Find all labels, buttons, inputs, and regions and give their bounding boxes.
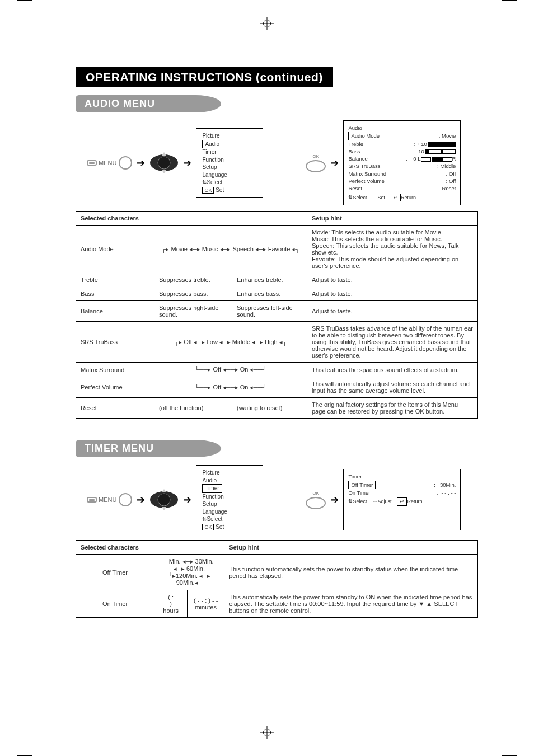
rocker-icon	[149, 151, 179, 175]
row-label: On Timer	[76, 590, 154, 617]
audio-settings-table: Selected characters Setup hint Audio Mod…	[76, 211, 478, 419]
osd-row-label: On Timer	[348, 489, 370, 496]
ok-box: OK	[202, 524, 214, 530]
menu-button-glyph: MENU	[87, 156, 132, 170]
osd-foot-select: Select	[353, 195, 367, 200]
osd-row-label: Treble	[348, 140, 363, 148]
row-label: Matrix Surround	[76, 363, 154, 377]
osd-row-label: Off Timer	[348, 481, 376, 489]
menu-item: Audio	[202, 477, 257, 485]
right-action: Enhances bass.	[232, 287, 307, 301]
osd-foot-return: Return	[407, 499, 422, 504]
menu-item: Function	[202, 156, 257, 164]
row-label: Bass	[76, 287, 154, 301]
main-menu-osd: Picture Audio Timer Function Setup Langu…	[196, 128, 263, 198]
osd-row-label: Reset	[348, 185, 362, 192]
right-action: (waiting to reset)	[232, 398, 307, 419]
osd-row-value: - - : - -	[442, 490, 456, 496]
hint-cell: Adjust to taste.	[307, 273, 477, 287]
svg-point-5	[158, 494, 170, 506]
cycle-cell: ┌▸ Off ◂─▸ Low ◂─▸ Middle ◂─▸ High ◂┐	[154, 322, 307, 363]
menu-item: Language	[202, 171, 257, 179]
hint-cell: This will automatically adjust volume so…	[307, 377, 477, 398]
osd-foot-set: Set	[216, 524, 224, 530]
cycle-cell: --Min. ◂─▸ 30Min. ◂─▸ 60Min. └▸120Min. ◂…	[154, 555, 224, 590]
menu-item: Setup	[202, 163, 257, 171]
timer-section-heading: TIMER MENU	[76, 440, 221, 457]
ok-button-label: OK	[313, 491, 320, 496]
menu-item-highlight: Timer	[202, 484, 222, 493]
left-action: Suppresses right-side sound.	[154, 301, 232, 322]
osd-row-value: 30Min.	[440, 482, 456, 488]
osd-row-value: Off	[449, 171, 456, 177]
osd-title: Timer	[348, 473, 456, 480]
hint-cell: This automatically sets the power from s…	[224, 590, 478, 617]
menu-item: Picture	[202, 469, 257, 477]
cycle-cell: └──▸ Off ◂──▸ On ◂──┘	[154, 363, 307, 377]
left-action: Suppresses bass.	[154, 287, 232, 301]
menu-button-label: MENU	[99, 159, 116, 166]
page-title: OPERATING INSTRUCTIONS (continued)	[76, 67, 333, 87]
hint-cell: Adjust to taste.	[307, 301, 477, 322]
col-header: Setup hint	[307, 212, 477, 226]
osd-row-label: Bass	[348, 148, 360, 155]
col-header: Setup hint	[224, 541, 478, 555]
osd-foot-select: Select	[207, 179, 222, 185]
rocker-icon	[149, 488, 179, 511]
osd-row-label: SRS TruBass	[348, 162, 380, 170]
osd-row-label: Audio Mode	[348, 132, 382, 140]
right-action: Enhances treble.	[232, 273, 307, 287]
timer-settings-table: Selected characters Setup hint Off Timer…	[76, 540, 478, 618]
arrow-right-icon: ➔	[330, 494, 339, 506]
osd-row-label: Perfect Volume	[348, 177, 384, 185]
timer-flow-diagram: MENU ➔ ➔ Picture Audio Timer Function Se…	[87, 465, 478, 534]
row-label: Perfect Volume	[76, 377, 154, 398]
row-label: Off Timer	[76, 555, 154, 590]
row-label: SRS TruBass	[76, 322, 154, 363]
menu-item: Function	[202, 493, 257, 501]
svg-point-1	[158, 157, 170, 169]
arrow-right-icon: ➔	[137, 157, 145, 169]
audio-flow-diagram: MENU ➔ ➔ Picture Audio Timer Function Se…	[87, 120, 478, 205]
osd-row-value: – 10	[414, 148, 424, 154]
row-label: Treble	[76, 273, 154, 287]
balance-r: R	[452, 156, 456, 162]
ok-button-glyph: OK	[306, 154, 326, 172]
svg-marker-2	[162, 152, 166, 156]
col-header: Selected characters	[76, 541, 154, 555]
hint-cell: SRS TruBass takes advance of the ability…	[307, 322, 477, 363]
col-header: Selected characters	[76, 212, 154, 226]
svg-marker-3	[162, 170, 166, 173]
ok-button-glyph: OK	[306, 491, 326, 509]
osd-row-value: Reset	[442, 185, 456, 191]
menu-item: Timer	[202, 148, 257, 156]
cycle-cell: └──▸ Off ◂──▸ On ◂──┘	[154, 377, 307, 398]
menu-button-label: MENU	[99, 496, 116, 503]
svg-marker-6	[162, 489, 166, 492]
hint-cell: This function automatically sets the pow…	[224, 555, 478, 590]
arrow-right-icon: ➔	[330, 157, 339, 169]
osd-foot-set: Set	[377, 195, 385, 200]
row-label: Audio Mode	[76, 226, 154, 273]
left-action: Suppresses treble.	[154, 273, 232, 287]
left-action: - - ( : - - ) hours	[154, 590, 188, 617]
row-label: Reset	[76, 398, 154, 419]
arrow-right-icon: ➔	[183, 494, 191, 506]
osd-row-value: Off	[449, 178, 456, 184]
right-action: ( - - : ) - - minutes	[188, 590, 224, 617]
osd-foot-adjust: Adjust	[377, 499, 391, 504]
ok-button-label: OK	[313, 154, 320, 159]
hint-cell: This features the spacious sound effects…	[307, 363, 477, 377]
osd-row-value: + 10	[416, 141, 427, 147]
osd-title: Audio	[348, 124, 456, 132]
osd-row-value: Middle	[440, 163, 456, 169]
hint-cell: Movie: This selects the audio suitable f…	[307, 226, 477, 273]
svg-marker-7	[162, 507, 166, 510]
osd-foot-select: Select	[353, 499, 367, 504]
hint-cell: Adjust to taste.	[307, 287, 477, 301]
timer-osd: Timer Off Timer: 30Min. On Timer: - - : …	[343, 469, 461, 530]
cycle-cell: ┌▸ Movie ◂─▸ Music ◂─▸ Speech ◂─▸ Favori…	[154, 226, 307, 273]
osd-row-value: 0	[413, 156, 416, 162]
main-menu-osd: Picture Audio Timer Function Setup Langu…	[196, 465, 263, 534]
right-action: Suppresses left-side sound.	[232, 301, 307, 322]
